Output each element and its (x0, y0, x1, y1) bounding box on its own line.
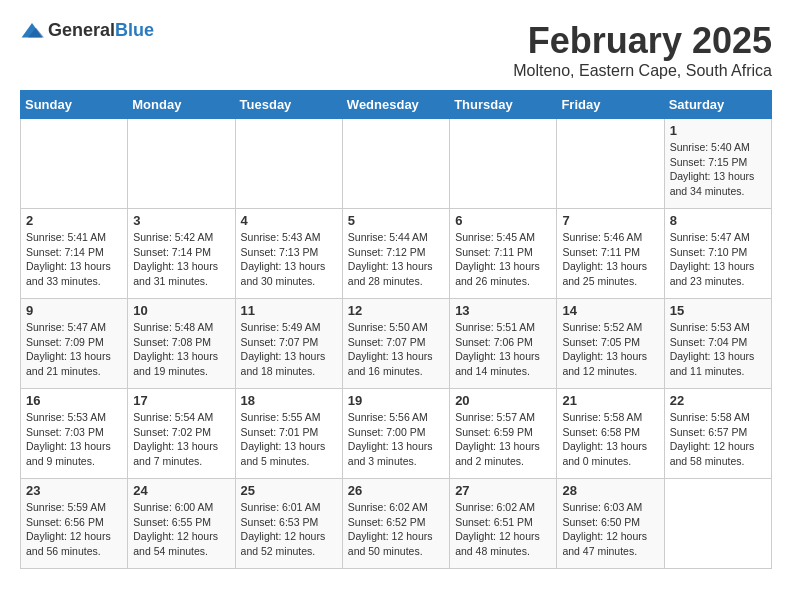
day-cell: 1Sunrise: 5:40 AM Sunset: 7:15 PM Daylig… (664, 119, 771, 209)
day-info: Sunrise: 5:42 AM Sunset: 7:14 PM Dayligh… (133, 230, 229, 289)
day-cell (21, 119, 128, 209)
day-info: Sunrise: 5:54 AM Sunset: 7:02 PM Dayligh… (133, 410, 229, 469)
week-row-2: 9Sunrise: 5:47 AM Sunset: 7:09 PM Daylig… (21, 299, 772, 389)
week-row-0: 1Sunrise: 5:40 AM Sunset: 7:15 PM Daylig… (21, 119, 772, 209)
logo-text-blue: Blue (115, 20, 154, 40)
day-cell: 16Sunrise: 5:53 AM Sunset: 7:03 PM Dayli… (21, 389, 128, 479)
calendar-table: SundayMondayTuesdayWednesdayThursdayFrid… (20, 90, 772, 569)
day-number: 18 (241, 393, 337, 408)
day-cell: 26Sunrise: 6:02 AM Sunset: 6:52 PM Dayli… (342, 479, 449, 569)
header-row: SundayMondayTuesdayWednesdayThursdayFrid… (21, 91, 772, 119)
header-cell-wednesday: Wednesday (342, 91, 449, 119)
day-cell: 28Sunrise: 6:03 AM Sunset: 6:50 PM Dayli… (557, 479, 664, 569)
day-info: Sunrise: 6:03 AM Sunset: 6:50 PM Dayligh… (562, 500, 658, 559)
day-number: 5 (348, 213, 444, 228)
day-cell: 19Sunrise: 5:56 AM Sunset: 7:00 PM Dayli… (342, 389, 449, 479)
day-number: 22 (670, 393, 766, 408)
header-cell-saturday: Saturday (664, 91, 771, 119)
day-cell: 15Sunrise: 5:53 AM Sunset: 7:04 PM Dayli… (664, 299, 771, 389)
day-info: Sunrise: 6:00 AM Sunset: 6:55 PM Dayligh… (133, 500, 229, 559)
day-cell: 11Sunrise: 5:49 AM Sunset: 7:07 PM Dayli… (235, 299, 342, 389)
day-info: Sunrise: 5:58 AM Sunset: 6:58 PM Dayligh… (562, 410, 658, 469)
day-cell: 22Sunrise: 5:58 AM Sunset: 6:57 PM Dayli… (664, 389, 771, 479)
day-number: 10 (133, 303, 229, 318)
day-info: Sunrise: 5:55 AM Sunset: 7:01 PM Dayligh… (241, 410, 337, 469)
week-row-3: 16Sunrise: 5:53 AM Sunset: 7:03 PM Dayli… (21, 389, 772, 479)
day-info: Sunrise: 5:53 AM Sunset: 7:03 PM Dayligh… (26, 410, 122, 469)
day-number: 27 (455, 483, 551, 498)
day-number: 16 (26, 393, 122, 408)
day-cell: 7Sunrise: 5:46 AM Sunset: 7:11 PM Daylig… (557, 209, 664, 299)
day-info: Sunrise: 5:48 AM Sunset: 7:08 PM Dayligh… (133, 320, 229, 379)
day-number: 28 (562, 483, 658, 498)
day-number: 24 (133, 483, 229, 498)
title-area: February 2025 Molteno, Eastern Cape, Sou… (513, 20, 772, 80)
day-number: 23 (26, 483, 122, 498)
day-cell (664, 479, 771, 569)
header-cell-tuesday: Tuesday (235, 91, 342, 119)
day-info: Sunrise: 5:40 AM Sunset: 7:15 PM Dayligh… (670, 140, 766, 199)
day-info: Sunrise: 6:02 AM Sunset: 6:52 PM Dayligh… (348, 500, 444, 559)
day-number: 19 (348, 393, 444, 408)
day-info: Sunrise: 5:46 AM Sunset: 7:11 PM Dayligh… (562, 230, 658, 289)
day-number: 25 (241, 483, 337, 498)
day-cell: 2Sunrise: 5:41 AM Sunset: 7:14 PM Daylig… (21, 209, 128, 299)
subtitle: Molteno, Eastern Cape, South Africa (513, 62, 772, 80)
header: GeneralBlue February 2025 Molteno, Easte… (20, 20, 772, 80)
day-cell: 25Sunrise: 6:01 AM Sunset: 6:53 PM Dayli… (235, 479, 342, 569)
day-info: Sunrise: 5:58 AM Sunset: 6:57 PM Dayligh… (670, 410, 766, 469)
header-cell-sunday: Sunday (21, 91, 128, 119)
day-info: Sunrise: 5:53 AM Sunset: 7:04 PM Dayligh… (670, 320, 766, 379)
day-number: 2 (26, 213, 122, 228)
day-info: Sunrise: 6:01 AM Sunset: 6:53 PM Dayligh… (241, 500, 337, 559)
day-info: Sunrise: 5:44 AM Sunset: 7:12 PM Dayligh… (348, 230, 444, 289)
day-cell: 14Sunrise: 5:52 AM Sunset: 7:05 PM Dayli… (557, 299, 664, 389)
day-cell (235, 119, 342, 209)
day-info: Sunrise: 5:49 AM Sunset: 7:07 PM Dayligh… (241, 320, 337, 379)
day-cell: 6Sunrise: 5:45 AM Sunset: 7:11 PM Daylig… (450, 209, 557, 299)
day-number: 7 (562, 213, 658, 228)
day-cell: 8Sunrise: 5:47 AM Sunset: 7:10 PM Daylig… (664, 209, 771, 299)
day-info: Sunrise: 5:52 AM Sunset: 7:05 PM Dayligh… (562, 320, 658, 379)
week-row-4: 23Sunrise: 5:59 AM Sunset: 6:56 PM Dayli… (21, 479, 772, 569)
day-info: Sunrise: 5:51 AM Sunset: 7:06 PM Dayligh… (455, 320, 551, 379)
day-cell: 17Sunrise: 5:54 AM Sunset: 7:02 PM Dayli… (128, 389, 235, 479)
day-cell: 9Sunrise: 5:47 AM Sunset: 7:09 PM Daylig… (21, 299, 128, 389)
header-cell-thursday: Thursday (450, 91, 557, 119)
day-number: 15 (670, 303, 766, 318)
day-cell (450, 119, 557, 209)
day-cell: 12Sunrise: 5:50 AM Sunset: 7:07 PM Dayli… (342, 299, 449, 389)
logo-text-general: General (48, 20, 115, 40)
day-info: Sunrise: 5:57 AM Sunset: 6:59 PM Dayligh… (455, 410, 551, 469)
day-number: 13 (455, 303, 551, 318)
day-info: Sunrise: 5:56 AM Sunset: 7:00 PM Dayligh… (348, 410, 444, 469)
day-cell: 21Sunrise: 5:58 AM Sunset: 6:58 PM Dayli… (557, 389, 664, 479)
day-cell (557, 119, 664, 209)
day-info: Sunrise: 5:41 AM Sunset: 7:14 PM Dayligh… (26, 230, 122, 289)
day-cell (342, 119, 449, 209)
day-number: 9 (26, 303, 122, 318)
day-info: Sunrise: 5:59 AM Sunset: 6:56 PM Dayligh… (26, 500, 122, 559)
day-info: Sunrise: 5:45 AM Sunset: 7:11 PM Dayligh… (455, 230, 551, 289)
day-info: Sunrise: 6:02 AM Sunset: 6:51 PM Dayligh… (455, 500, 551, 559)
day-number: 14 (562, 303, 658, 318)
day-cell: 4Sunrise: 5:43 AM Sunset: 7:13 PM Daylig… (235, 209, 342, 299)
day-number: 20 (455, 393, 551, 408)
day-number: 1 (670, 123, 766, 138)
logo: GeneralBlue (20, 20, 154, 41)
day-number: 11 (241, 303, 337, 318)
day-cell: 20Sunrise: 5:57 AM Sunset: 6:59 PM Dayli… (450, 389, 557, 479)
day-number: 6 (455, 213, 551, 228)
day-info: Sunrise: 5:47 AM Sunset: 7:09 PM Dayligh… (26, 320, 122, 379)
day-number: 4 (241, 213, 337, 228)
day-number: 3 (133, 213, 229, 228)
day-number: 8 (670, 213, 766, 228)
day-cell: 23Sunrise: 5:59 AM Sunset: 6:56 PM Dayli… (21, 479, 128, 569)
day-cell: 18Sunrise: 5:55 AM Sunset: 7:01 PM Dayli… (235, 389, 342, 479)
main-title: February 2025 (513, 20, 772, 62)
logo-icon (20, 21, 44, 41)
day-info: Sunrise: 5:50 AM Sunset: 7:07 PM Dayligh… (348, 320, 444, 379)
day-number: 17 (133, 393, 229, 408)
day-cell: 24Sunrise: 6:00 AM Sunset: 6:55 PM Dayli… (128, 479, 235, 569)
day-cell (128, 119, 235, 209)
